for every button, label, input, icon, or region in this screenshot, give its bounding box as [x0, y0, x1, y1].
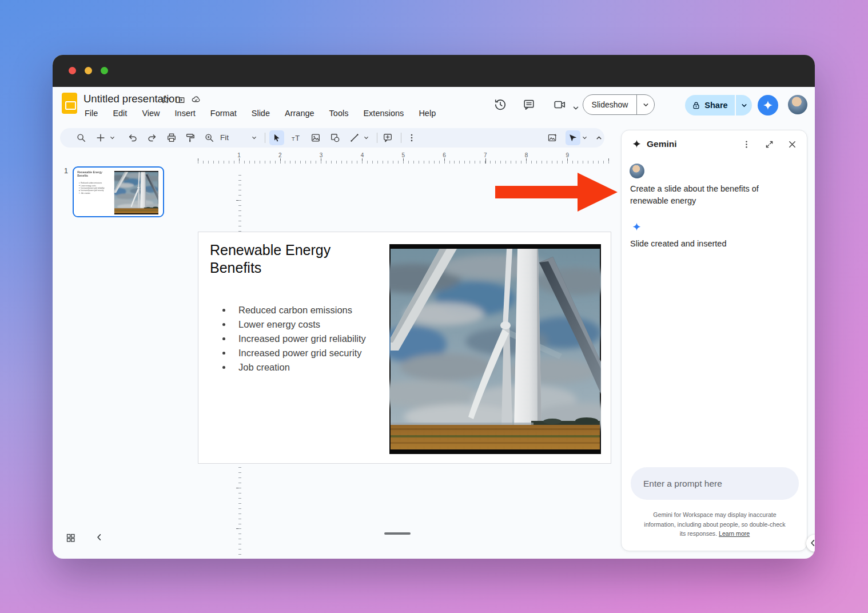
new-slide-dropdown-icon[interactable]: [109, 133, 116, 143]
zoom-dropdown-icon[interactable]: [251, 133, 257, 143]
menu-item[interactable]: Extensions: [362, 108, 405, 119]
pointer-dropdown-icon[interactable]: [582, 133, 588, 143]
text-box-icon[interactable]: TT: [291, 133, 301, 143]
horizontal-scrollbar[interactable]: [384, 532, 411, 535]
paint-format-icon[interactable]: [185, 133, 195, 143]
menu-item[interactable]: Format: [209, 108, 238, 119]
macos-titlebar: [53, 55, 815, 87]
slide-title[interactable]: Renewable Energy Benefits: [210, 241, 370, 277]
gemini-response-sparkle-icon: [632, 222, 642, 232]
more-options-icon[interactable]: [407, 133, 417, 143]
cloud-saved-icon[interactable]: [191, 94, 201, 105]
gemini-panel-title: Gemini: [647, 139, 677, 149]
gemini-response-text: Slide created and inserted: [630, 239, 726, 248]
menu-item[interactable]: Help: [417, 108, 437, 119]
svg-text:T: T: [292, 136, 295, 142]
laser-pointer-icon[interactable]: [568, 133, 578, 143]
star-icon[interactable]: [160, 94, 170, 105]
panel-expand-icon[interactable]: [765, 140, 774, 149]
gemini-image-icon[interactable]: [547, 133, 558, 143]
slide-bullet: Job creation: [219, 360, 366, 375]
panel-edge-toggle[interactable]: [806, 535, 815, 552]
share-dropdown[interactable]: [736, 95, 752, 116]
chevron-down-icon: [740, 102, 748, 109]
horizontal-ruler-numbers: 123456789: [198, 152, 567, 158]
slide-bullet: Reduced carbon emissions: [219, 303, 366, 317]
svg-text:T: T: [295, 134, 300, 142]
user-prompt-text: Create a slide about the benefits of ren…: [630, 183, 774, 207]
gemini-panel: Gemini Create a slide about the benefits…: [621, 130, 807, 551]
menu-item[interactable]: Arrange: [284, 108, 316, 119]
undo-icon[interactable]: [128, 133, 138, 143]
redo-icon[interactable]: [147, 133, 157, 143]
gemini-panel-sparkle-icon: [632, 139, 642, 149]
slide-canvas[interactable]: Renewable Energy Benefits Reduced carbon…: [198, 232, 611, 464]
menu-bar: FileEditViewInsertFormatSlideArrangeTool…: [83, 108, 437, 119]
slide-bullet-list[interactable]: Reduced carbon emissionsLower energy cos…: [219, 303, 366, 375]
gemini-launch-button[interactable]: [758, 95, 778, 116]
menu-item[interactable]: Slide: [250, 108, 271, 119]
chevron-down-icon: [642, 101, 650, 109]
toolbar-separator: [265, 133, 265, 143]
panel-more-options-icon[interactable]: [742, 140, 751, 149]
slideshow-button[interactable]: Slideshow: [583, 100, 636, 109]
zoom-level-select[interactable]: Fit: [220, 133, 229, 142]
menu-item[interactable]: File: [83, 108, 99, 119]
chevron-left-icon: [809, 539, 815, 547]
slide-bullet: Lower energy costs: [219, 317, 366, 332]
minimize-window-button[interactable]: [85, 67, 92, 74]
slide-bullet: Increased power grid reliability: [219, 332, 366, 346]
thumbnail-image: [114, 171, 159, 214]
prompt-input[interactable]: [631, 467, 799, 500]
slideshow-button-group: Slideshow: [583, 94, 655, 115]
fullscreen-window-button[interactable]: [101, 67, 108, 74]
insert-image-icon[interactable]: [310, 133, 321, 143]
thumbnail-bullets: Reduced carbon emissionsLower energy cos…: [79, 182, 105, 194]
line-dropdown-icon[interactable]: [363, 133, 369, 143]
insert-line-icon[interactable]: [349, 133, 360, 143]
print-icon[interactable]: [166, 133, 177, 143]
collapse-filmstrip-icon[interactable]: [95, 533, 103, 542]
learn-more-link[interactable]: Learn more: [719, 530, 750, 537]
lock-icon: [692, 101, 700, 110]
menu-item[interactable]: Edit: [112, 108, 128, 119]
search-menus-icon[interactable]: [76, 133, 86, 143]
slide-bullet: Increased power grid security: [219, 346, 366, 360]
slide-thumbnail[interactable]: Renewable Energy Benefits Reduced carbon…: [73, 166, 164, 217]
select-cursor-icon[interactable]: [272, 133, 282, 143]
red-annotation-arrow: [495, 173, 618, 212]
menu-item[interactable]: View: [141, 108, 161, 119]
comments-icon[interactable]: [523, 98, 535, 111]
toolbar-separator: [401, 133, 401, 143]
toolbar-separator: [377, 133, 377, 143]
user-avatar[interactable]: [788, 95, 807, 114]
slideshow-dropdown[interactable]: [637, 101, 654, 109]
move-folder-icon[interactable]: [175, 94, 185, 105]
panel-close-icon[interactable]: [787, 140, 797, 149]
menu-item[interactable]: Insert: [174, 108, 197, 119]
thumbnail-title: Renewable Energy Benefits: [77, 170, 112, 177]
close-window-button[interactable]: [69, 67, 76, 74]
camera-dropdown-icon[interactable]: [572, 102, 580, 114]
gemini-sparkle-icon: [762, 99, 774, 111]
insert-comment-icon[interactable]: [383, 133, 393, 143]
app-window: Untitled presentation FileEditViewInsert…: [53, 55, 815, 559]
version-history-icon[interactable]: [494, 98, 507, 111]
grid-view-icon[interactable]: [66, 533, 75, 543]
meet-camera-icon[interactable]: [554, 98, 566, 111]
prompt-user-avatar: [630, 164, 644, 178]
insert-shape-icon[interactable]: [330, 133, 340, 143]
slide-number: 1: [64, 167, 68, 175]
share-button-group: Share: [685, 95, 752, 116]
share-button[interactable]: Share: [685, 95, 735, 116]
gemini-disclaimer: Gemini for Workspace may display inaccur…: [641, 510, 789, 539]
share-label: Share: [704, 101, 727, 110]
main-toolbar: Fit TT: [60, 128, 604, 148]
slide-image-wind-turbines[interactable]: [389, 244, 601, 454]
slides-logo[interactable]: [62, 93, 77, 114]
zoom-in-icon[interactable]: [204, 133, 214, 143]
collapse-menus-icon[interactable]: [595, 133, 603, 143]
menu-item[interactable]: Tools: [328, 108, 350, 119]
new-slide-icon[interactable]: [95, 133, 106, 143]
